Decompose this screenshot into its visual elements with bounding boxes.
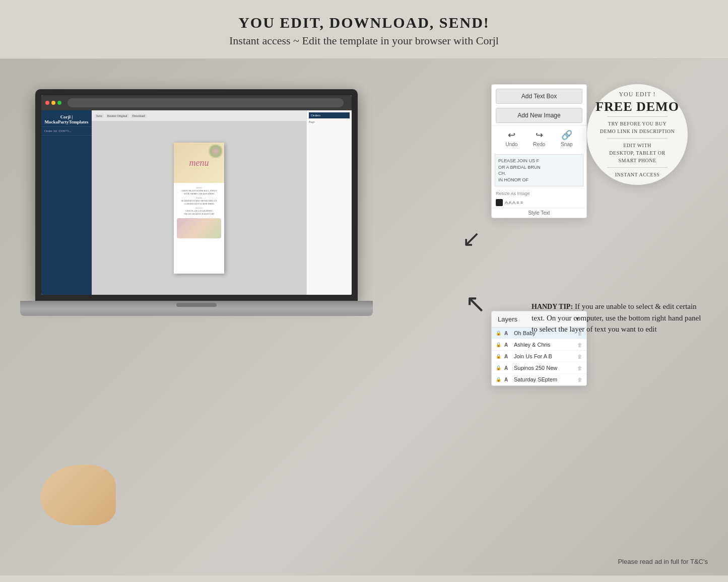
toolbar-original[interactable]: Restore Original	[106, 114, 129, 118]
layer-delete-icon-4[interactable]: 🗑	[577, 365, 582, 371]
menu-line-6: CREAM AMARENA BAKED TART	[177, 213, 221, 215]
menu-line-3: SEARED MUSTARD CHICKEN BREAST	[177, 200, 221, 202]
browser-minimize-btn[interactable]	[51, 101, 55, 105]
menu-line-5: CHOCOLATE LAVA PUDDING	[177, 210, 221, 212]
panel-format-row: A A A ≡ ≡	[492, 198, 586, 208]
redo-icon: ↪	[536, 130, 543, 141]
circle-line-3: EDIT WITH	[623, 142, 651, 149]
laptop-screen-outer: Corjl | MockaPartyTemplates Order Id: 15…	[35, 89, 358, 301]
layer-item-supinos[interactable]: 🔒 A Supinos 250 New 🗑	[492, 362, 586, 374]
circle-free-demo: FREE DEMO	[595, 100, 679, 113]
layer-type-4: A	[504, 365, 511, 371]
browser-chrome	[41, 95, 352, 110]
layer-delete-icon-2[interactable]: 🗑	[577, 342, 582, 348]
menu-content: entrée CRISPY PRAWN SLIDER ROLL, SWEET S…	[174, 183, 224, 240]
menu-bottom-floral	[177, 218, 221, 238]
layer-name-join-us: Join Us For A B	[514, 353, 575, 359]
layer-delete-icon-3[interactable]: 🗑	[577, 354, 582, 359]
menu-line-2: SOUR CHERRY CHICKEN STRIPS	[177, 192, 221, 195]
layer-type-5: A	[504, 377, 511, 382]
menu-floral-decoration	[208, 144, 223, 159]
hand-shape	[40, 465, 116, 525]
layer-name-saturday: Saturday SEptem	[514, 376, 575, 382]
hand-overlay	[40, 465, 116, 525]
arrow-down-icon: ↙	[465, 291, 486, 320]
layer-item-ashley-chris[interactable]: 🔒 A Ashley & Chris 🗑	[492, 339, 586, 351]
color-swatch[interactable]	[496, 199, 503, 206]
corjl-sidebar: Corjl | MockaPartyTemplates Order Id: 15…	[41, 110, 92, 295]
toolbar-save[interactable]: Save	[95, 114, 104, 118]
header-subtitle: Instant access ~ Edit the template in yo…	[10, 34, 718, 47]
arrow-curve-icon: ↙	[462, 225, 481, 252]
header-bar: YOU EDIT, DOWNLOAD, SEND! Instant access…	[0, 0, 728, 59]
redo-label: Redo	[533, 142, 545, 147]
handy-tip-title: HANDY TIP:	[532, 303, 573, 310]
circle-divider-1	[607, 116, 668, 117]
laptop-base	[20, 301, 373, 316]
undo-tool[interactable]: ↩ Undo	[505, 130, 517, 147]
corjl-right-panel: Orders Page	[306, 110, 352, 295]
layer-item-join-us[interactable]: 🔒 A Join Us For A B 🗑	[492, 351, 586, 362]
layer-type-1: A	[504, 331, 511, 336]
corjl-main: Save Restore Original Download menu	[92, 110, 306, 295]
panel-tools: ↩ Undo ↪ Redo 🔗 Snap	[492, 125, 586, 151]
add-text-box-button[interactable]: Add Text Box	[496, 89, 582, 104]
browser-close-btn[interactable]	[45, 101, 49, 105]
layer-name-ashley-chris: Ashley & Chris	[514, 342, 575, 348]
layer-lock-icon-3: 🔒	[496, 354, 502, 359]
circle-you-edit: YOU EDIT !	[619, 91, 655, 98]
menu-card-header: menu	[174, 143, 224, 183]
layer-type-2: A	[504, 342, 511, 348]
circle-divider-2	[607, 138, 668, 139]
menu-section-dessert: dessert	[177, 207, 221, 209]
layer-delete-icon-5[interactable]: 🗑	[577, 377, 582, 382]
toolbar-download[interactable]: Download	[131, 114, 147, 118]
resize-as-image-label: Resize As Image	[492, 189, 586, 198]
footer-note: Please read ad in full for T&C's	[618, 558, 708, 565]
laptop-mockup: Corjl | MockaPartyTemplates Order Id: 15…	[20, 89, 373, 351]
corjl-orders-btn[interactable]: Orders	[309, 112, 350, 118]
snap-tool[interactable]: 🔗 Snap	[561, 130, 572, 147]
format-options: A A A ≡ ≡	[505, 200, 523, 205]
circle-badge: YOU EDIT ! FREE DEMO TRY BEFORE YOU BUY …	[587, 84, 688, 185]
undo-icon: ↩	[508, 130, 515, 141]
circle-line-1: TRY BEFORE YOU BUY	[608, 120, 667, 127]
circle-line-6: INSTANT ACCESS	[615, 171, 660, 178]
layer-item-saturday[interactable]: 🔒 A Saturday SEptem 🗑	[492, 374, 586, 385]
browser-maximize-btn[interactable]	[57, 101, 61, 105]
menu-card: menu entrée CRISPY PRAWN SLIDER ROLL, SW…	[174, 143, 224, 274]
menu-script-text: menu	[189, 158, 209, 168]
undo-label: Undo	[505, 142, 517, 147]
laptop-base-notch	[176, 303, 217, 307]
circle-line-5: SMART PHONE	[618, 157, 656, 164]
browser-address-bar[interactable]	[68, 98, 344, 107]
menu-section-entree: entrée	[177, 186, 221, 189]
layer-lock-icon-1: 🔒	[496, 331, 502, 336]
snap-icon: 🔗	[561, 130, 572, 141]
laptop-screen-inner: Corjl | MockaPartyTemplates Order Id: 15…	[41, 95, 352, 295]
panel-preview: PLEASE JOIN US FOR A BRIDAL BRUNCH.IN HO…	[495, 154, 583, 186]
snap-label: Snap	[561, 142, 572, 147]
layer-name-supinos: Supinos 250 New	[514, 365, 575, 371]
corjl-right-label: Page	[309, 120, 350, 123]
add-new-image-button[interactable]: Add New Image	[496, 108, 582, 123]
layer-type-3: A	[504, 354, 511, 359]
handy-tip: HANDY TIP: If you are unable to select &…	[532, 301, 708, 335]
menu-line-1: CRISPY PRAWN SLIDER ROLL, SWEET	[177, 189, 221, 192]
circle-line-2: DEMO LINK IN DESCRIPTION	[600, 127, 675, 135]
menu-line-4: GASPARD OLIVE & SEMI-DRIED	[177, 203, 221, 205]
corjl-nav-item[interactable]: Order Id: 150975...	[41, 127, 92, 136]
style-text-label: Style Text	[492, 208, 586, 218]
corjl-panel-float: Add Text Box Add New Image ↩ Undo ↪ Redo…	[491, 84, 587, 218]
header-title: YOU EDIT, DOWNLOAD, SEND!	[10, 14, 718, 31]
layer-lock-icon-4: 🔒	[496, 365, 502, 370]
menu-section-mains: mains	[177, 197, 221, 199]
circle-line-4: DESKTOP, TABLET OR	[609, 149, 665, 157]
corjl-toolbar: Save Restore Original Download	[92, 110, 306, 121]
layer-lock-icon-2: 🔒	[496, 342, 502, 347]
corjl-logo: Corjl | MockaPartyTemplates	[41, 112, 92, 127]
redo-tool[interactable]: ↪ Redo	[533, 130, 545, 147]
layer-lock-icon-5: 🔒	[496, 377, 502, 382]
circle-divider-3	[607, 167, 668, 168]
corjl-canvas-area[interactable]: menu entrée CRISPY PRAWN SLIDER ROLL, SW…	[92, 121, 306, 295]
